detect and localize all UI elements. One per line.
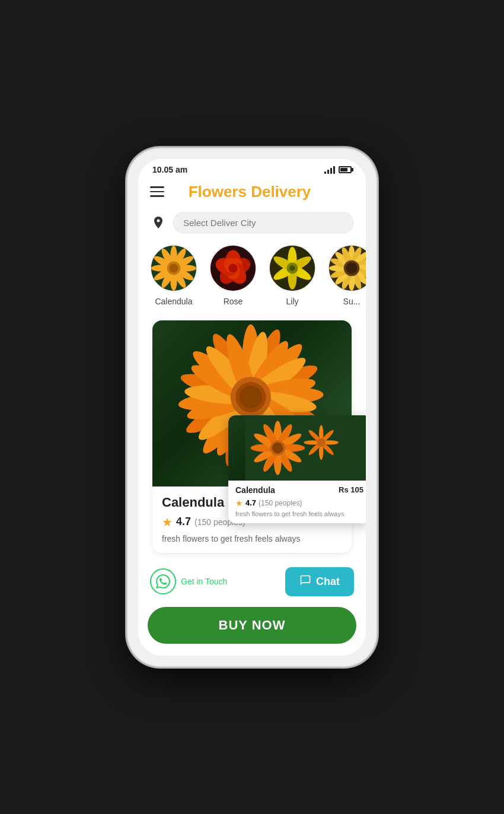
svg-point-35 [289, 265, 295, 271]
category-label-rose: Rose [224, 297, 243, 306]
svg-point-105 [272, 442, 283, 453]
buy-now-button[interactable]: BUY NOW [148, 607, 356, 644]
rating-value: 4.7 [176, 516, 191, 528]
popup-image [228, 415, 366, 481]
category-item-rose[interactable]: Rose [209, 244, 257, 306]
category-label-lily: Lily [286, 297, 298, 306]
product-name: Calendula [162, 495, 224, 510]
hamburger-menu-button[interactable] [150, 186, 164, 197]
city-search-input[interactable] [173, 212, 354, 234]
star-icon: ★ [162, 515, 173, 529]
status-bar: 10.05 am [138, 159, 366, 178]
popup-description: fresh flowers to get fresh feels always [235, 510, 363, 517]
category-row: Calendula [138, 242, 366, 316]
phone-screen: 10.05 am Flowers Delivery [138, 159, 366, 656]
svg-point-114 [317, 438, 326, 447]
chat-button[interactable]: Chat [285, 567, 354, 596]
popup-product-card: Calendula Rs 105 ★ 4.7 (150 peoples) fre… [228, 415, 366, 523]
hamburger-line-2 [150, 191, 164, 193]
popup-name-price: Calendula Rs 105 [235, 485, 363, 495]
popup-rating: ★ 4.7 (150 peoples) [235, 498, 363, 508]
popup-info: Calendula Rs 105 ★ 4.7 (150 peoples) fre… [228, 481, 366, 523]
whatsapp-icon [150, 568, 176, 594]
location-icon [150, 214, 167, 231]
battery-fill [340, 168, 347, 171]
category-circle-lily [269, 244, 316, 292]
buy-now-section: BUY NOW [138, 602, 366, 656]
popup-product-name: Calendula [235, 485, 275, 495]
popup-rating-count: (150 peoples) [259, 499, 302, 507]
category-item-sunflower[interactable]: Su... [328, 244, 366, 306]
main-product-area: Calendula Rs 105 ★ 4.7 (150 peoples) fre… [145, 320, 359, 553]
popup-rating-value: 4.7 [245, 498, 256, 507]
status-time: 10.05 am [152, 165, 187, 174]
battery-icon [339, 166, 352, 173]
popup-star-icon: ★ [235, 498, 243, 508]
chat-label: Chat [316, 575, 340, 588]
svg-point-14 [169, 263, 178, 272]
category-item-lily[interactable]: Lily [269, 244, 316, 306]
bottom-actions: Get in Touch Chat [138, 560, 366, 602]
popup-product-price: Rs 105 [339, 485, 363, 494]
chat-icon [299, 574, 311, 589]
status-icons [324, 166, 352, 174]
product-description: fresh flowers to get fresh feels always [162, 534, 342, 543]
category-circle-sunflower [328, 244, 366, 292]
hamburger-line-1 [150, 186, 164, 188]
phone-frame: 10.05 am Flowers Delivery [127, 148, 377, 666]
app-title: Flowers Delivery [164, 183, 335, 201]
category-item-calendula[interactable]: Calendula [150, 244, 197, 306]
app-header: Flowers Delivery [138, 178, 366, 208]
search-section [138, 208, 366, 242]
whatsapp-button[interactable]: Get in Touch [150, 568, 227, 594]
category-circle-calendula [150, 244, 197, 292]
signal-icon [324, 166, 335, 174]
whatsapp-label: Get in Touch [181, 577, 227, 586]
category-label-calendula: Calendula [155, 297, 192, 306]
svg-point-54 [346, 262, 358, 274]
svg-point-26 [228, 263, 237, 272]
category-circle-rose [209, 244, 257, 292]
hamburger-line-3 [150, 195, 164, 197]
svg-point-90 [240, 386, 262, 408]
category-label-sunflower: Su... [343, 297, 361, 306]
